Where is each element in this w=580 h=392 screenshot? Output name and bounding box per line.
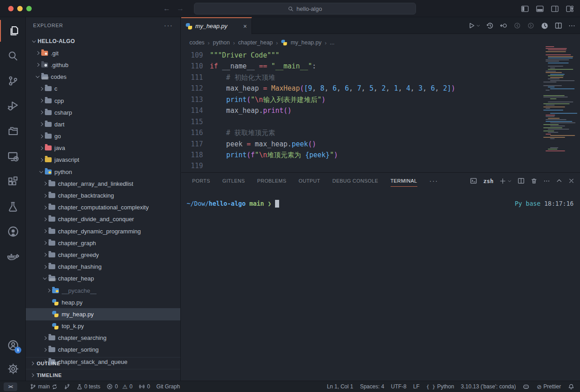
remote-explorer-icon[interactable] <box>0 145 26 167</box>
tree-item-top-k-py[interactable]: top_k.py <box>26 320 180 332</box>
tree-item-chapter-divide-and-conquer[interactable]: chapter_divide_and_conquer <box>26 213 180 225</box>
tree-item-cpp[interactable]: cpp <box>26 95 180 106</box>
tree-item--github[interactable]: .github <box>26 59 180 71</box>
command-center-search[interactable]: hello-algo <box>194 3 416 15</box>
tree-item-heap-py[interactable]: heap.py <box>26 296 180 308</box>
breadcrumb-symbol[interactable]: ... <box>330 39 334 46</box>
timeline-section[interactable]: TIMELINE <box>26 369 180 381</box>
notifications-bell-icon[interactable] <box>568 383 575 390</box>
tab-my-heap[interactable]: my_heap.py × <box>181 17 252 34</box>
formatter-status[interactable]: ⊘ Prettier <box>536 383 561 390</box>
close-tab-icon[interactable]: × <box>243 23 247 30</box>
compare-changes-icon[interactable] <box>64 383 70 390</box>
tree-item-chapter-searching[interactable]: chapter_searching <box>26 332 180 344</box>
github-icon[interactable] <box>0 221 26 242</box>
split-editor-icon[interactable] <box>555 22 562 29</box>
tree-item--pycache-[interactable]: __pycache__ <box>26 285 180 296</box>
feedback-status[interactable]: 0 <box>139 383 150 390</box>
python-interpreter[interactable]: 3.10.13 ('base': conda) <box>461 383 516 390</box>
tree-item-c[interactable]: c <box>26 83 180 95</box>
settings-gear-icon[interactable] <box>0 358 26 380</box>
panel-tab-debug-console[interactable]: DEBUG CONSOLE <box>333 173 378 189</box>
language-mode[interactable]: { } Python <box>426 383 454 390</box>
panel-tab-output[interactable]: OUTPUT <box>299 173 320 189</box>
remote-indicator[interactable]: >< <box>4 382 17 391</box>
minimize-window-button[interactable] <box>17 6 23 11</box>
maximize-panel-icon[interactable] <box>556 178 562 184</box>
tree-item-hello-algo[interactable]: HELLO-ALGO <box>26 35 180 47</box>
branch-status[interactable]: main <box>30 383 58 390</box>
docker-icon[interactable] <box>0 246 26 267</box>
explorer-more-actions-icon[interactable]: ··· <box>164 22 173 29</box>
panel-tab-terminal[interactable]: TERMINAL <box>391 173 417 189</box>
tree-item-dart[interactable]: dart <box>26 118 180 130</box>
minimap[interactable] <box>542 44 576 153</box>
panel-tab-gitlens[interactable]: GITLENS <box>222 173 245 189</box>
indentation[interactable]: Spaces: 4 <box>360 383 384 390</box>
toggle-secondary-sidebar-icon[interactable] <box>551 5 559 12</box>
accounts-icon[interactable]: 1 <box>0 334 26 356</box>
tree-item-chapter-graph[interactable]: chapter_graph <box>26 237 180 249</box>
close-panel-icon[interactable] <box>568 178 575 184</box>
file-history-icon[interactable] <box>486 22 494 29</box>
toggle-panel-icon[interactable] <box>536 5 544 12</box>
tree-item-label: java <box>54 145 65 151</box>
tree-item-chapter-heap[interactable]: chapter_heap <box>26 273 180 285</box>
eol-sequence[interactable]: LF <box>413 383 420 390</box>
testing-icon[interactable] <box>0 196 26 218</box>
problems-status[interactable]: 0 ⚠ 0 <box>106 383 132 390</box>
history-forward-icon[interactable]: → <box>177 5 184 13</box>
customize-layout-icon[interactable] <box>566 5 574 12</box>
source-control-icon[interactable] <box>0 70 26 92</box>
tree-item-javascript[interactable]: javascript <box>26 154 180 166</box>
split-terminal-icon[interactable] <box>517 177 525 184</box>
panel-more-actions-icon[interactable] <box>543 178 550 184</box>
kill-terminal-icon[interactable] <box>531 178 537 184</box>
history-back-icon[interactable]: ← <box>163 5 170 13</box>
outline-section[interactable]: OUTLINE <box>26 357 180 369</box>
code-area[interactable]: 109"""Driver Code"""110if __name__ == "_… <box>181 50 541 172</box>
close-window-button[interactable] <box>8 6 14 11</box>
tree-item-chapter-array-and-linkedlist[interactable]: chapter_array_and_linkedlist <box>26 178 180 189</box>
terminal[interactable]: ~/Dow/hello-algo main ❯ Py base 18:17:16 <box>187 200 574 208</box>
timeline-icon[interactable] <box>541 22 549 30</box>
tree-item-chapter-computational-complexity[interactable]: chapter_computational_complexity <box>26 202 180 213</box>
tree-item-my-heap-py[interactable]: my_heap.py <box>26 308 180 320</box>
breadcrumb-file[interactable]: my_heap.py <box>290 39 321 46</box>
toggle-primary-sidebar-icon[interactable] <box>521 5 529 12</box>
run-python-file-icon[interactable] <box>468 22 480 29</box>
tree-item-go[interactable]: go <box>26 131 180 142</box>
folders-icon[interactable] <box>0 120 26 142</box>
tree-item-python[interactable]: python <box>26 166 180 178</box>
encoding[interactable]: UTF-8 <box>391 383 406 390</box>
run-and-debug-icon[interactable] <box>0 95 26 116</box>
tree-item-chapter-backtracking[interactable]: chapter_backtracking <box>26 189 180 201</box>
panel-tabs-more-icon[interactable]: ··· <box>430 177 439 184</box>
tree-item-chapter-greedy[interactable]: chapter_greedy <box>26 249 180 261</box>
tree-item--git[interactable]: .git <box>26 47 180 59</box>
extensions-icon[interactable] <box>0 170 26 192</box>
panel-tab-ports[interactable]: PORTS <box>192 173 210 189</box>
search-sidebar-icon[interactable] <box>0 45 26 67</box>
cursor-position[interactable]: Ln 1, Col 1 <box>327 383 353 390</box>
next-change-icon[interactable] <box>527 22 535 29</box>
new-terminal-icon[interactable] <box>499 178 512 184</box>
tree-item-chapter-sorting[interactable]: chapter_sorting <box>26 344 180 356</box>
tests-status[interactable]: 0 tests <box>77 383 100 390</box>
previous-change-icon[interactable] <box>513 22 521 29</box>
panel-tab-problems[interactable]: PROBLEMS <box>257 173 286 189</box>
tree-item-codes[interactable]: codes <box>26 71 180 83</box>
git-graph-button[interactable]: Git Graph <box>156 383 180 390</box>
zoom-window-button[interactable] <box>26 6 32 11</box>
tree-item-csharp[interactable]: csharp <box>26 106 180 118</box>
editor-more-actions-icon[interactable] <box>568 22 575 29</box>
breadcrumb-codes[interactable]: codes <box>189 39 204 46</box>
explorer-icon[interactable] <box>0 20 26 42</box>
tree-item-chapter-hashing[interactable]: chapter_hashing <box>26 261 180 273</box>
breadcrumb-python[interactable]: python <box>213 39 230 46</box>
open-changes-icon[interactable] <box>500 22 508 29</box>
breadcrumb-chapter-heap[interactable]: chapter_heap <box>238 39 273 46</box>
tree-item-java[interactable]: java <box>26 142 180 154</box>
copilot-icon[interactable] <box>522 383 530 390</box>
tree-item-chapter-dynamic-programming[interactable]: chapter_dynamic_programming <box>26 225 180 237</box>
